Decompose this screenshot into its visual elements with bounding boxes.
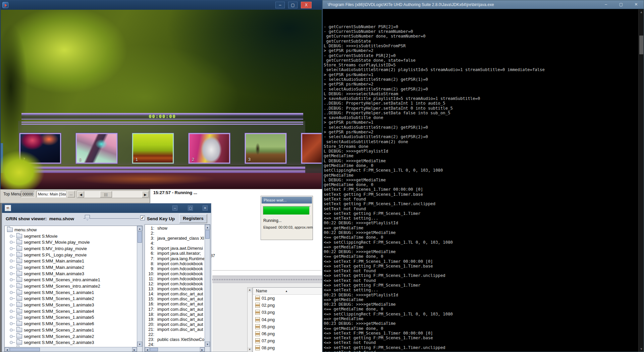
grin-maximize-button[interactable]: ▢ bbox=[188, 206, 193, 211]
grin-close-button[interactable]: ✕ bbox=[203, 206, 208, 211]
tree-horizontal-scrollbar[interactable]: ◀ ▶ bbox=[5, 347, 137, 352]
tree-item[interactable]: segment S:MM_Scenes_1.animate6 bbox=[5, 320, 137, 327]
code-line[interactable]: 10: import com.hdcookbook bbox=[146, 271, 204, 276]
tree-item[interactable]: segment S:MM_Main.animate3 bbox=[5, 271, 137, 277]
code-line[interactable]: 1: show bbox=[146, 226, 204, 231]
tree-expand-knob-icon[interactable] bbox=[10, 335, 13, 338]
tree-item[interactable]: segment S:MM_Scenes_1.animate2 bbox=[5, 296, 137, 302]
code-line[interactable]: 3: java_generated_class Xle bbox=[146, 236, 204, 241]
code-line[interactable]: 6: import java.util.Iterator; bbox=[146, 251, 204, 256]
scroll-up-icon[interactable]: ▲ bbox=[137, 226, 142, 231]
grin-minimize-button[interactable]: – bbox=[172, 206, 177, 211]
scroll-down-icon[interactable]: ▼ bbox=[205, 342, 210, 347]
tree-expand-knob-icon[interactable] bbox=[10, 278, 13, 281]
video-preview[interactable]: 00:00:00 7 8 1 2 3 bbox=[1, 10, 322, 189]
seek-right-icon[interactable]: ▶ bbox=[142, 191, 149, 197]
scroll-right-icon[interactable]: ▶ bbox=[200, 347, 205, 352]
top-menu-label[interactable]: Top Menu bbox=[3, 192, 21, 196]
registers-button[interactable]: Registers bbox=[179, 214, 207, 223]
tree-item[interactable]: segment S:PL_Logo.play_movie bbox=[5, 252, 137, 258]
code-line[interactable]: 20: import com.disc_art_aut bbox=[146, 322, 204, 327]
scroll-up-icon[interactable]: ▲ bbox=[248, 288, 252, 292]
scene-thumbnail[interactable]: 8 bbox=[76, 133, 117, 164]
file-row[interactable]: 04.png bbox=[253, 316, 322, 323]
code-line[interactable]: 15: import com.disc_art_aut bbox=[146, 296, 204, 301]
send-key-up-checkbox[interactable]: ✓ bbox=[140, 216, 145, 220]
file-row[interactable]: 08.png bbox=[253, 344, 322, 351]
code-line[interactable]: 2: bbox=[146, 231, 204, 236]
tree-root-item[interactable]: menu.show bbox=[5, 227, 137, 233]
scroll-down-icon[interactable]: ▼ bbox=[639, 346, 644, 352]
file-row[interactable]: 05.png bbox=[253, 323, 322, 330]
player-minimize-button[interactable]: – bbox=[275, 2, 285, 8]
code-line[interactable]: 21: import com.disc_art_aut bbox=[146, 327, 204, 332]
code-scroll-thumb[interactable] bbox=[205, 230, 210, 239]
tree-vertical-scrollbar[interactable]: ▲ ▼ bbox=[137, 226, 142, 352]
tree-item[interactable]: segment S:Movie bbox=[5, 233, 137, 239]
player-titlebar[interactable]: – ▢ X bbox=[0, 0, 322, 10]
tree-expand-knob-icon[interactable] bbox=[10, 341, 13, 344]
file-row[interactable]: 07.png bbox=[253, 337, 322, 344]
console-scrollbar-thumb[interactable] bbox=[639, 36, 643, 54]
more-button[interactable]: ... bbox=[67, 191, 75, 197]
sort-ascending-icon[interactable]: ▲ bbox=[285, 288, 288, 295]
tree-expand-knob-icon[interactable] bbox=[10, 291, 13, 294]
tree-item[interactable]: segment S:MM_Scenes_intro.animate1 bbox=[5, 277, 137, 283]
console-minimize-button[interactable]: – bbox=[598, 0, 613, 9]
console-titlebar[interactable]: \Program Files (x86)\DVDLogic\KITe UHD A… bbox=[323, 0, 644, 9]
file-column-name[interactable]: Name bbox=[253, 289, 267, 293]
tree-expand-knob-icon[interactable] bbox=[10, 241, 13, 244]
tree-item[interactable]: segment S:MM_Scenes_1.animate1 bbox=[5, 289, 137, 296]
tree-item[interactable]: segment S:MM_Scenes_2.animate2 bbox=[5, 333, 137, 340]
tree-item[interactable]: segment S:MM_Scenes_1.animate3 bbox=[5, 302, 137, 308]
tree-expand-knob-icon[interactable] bbox=[10, 247, 13, 250]
code-vertical-scrollbar[interactable]: ▲ ▼ bbox=[205, 225, 210, 352]
panel-splitter-band[interactable] bbox=[212, 276, 322, 283]
code-line[interactable]: 12: import com.hdcookbook bbox=[146, 281, 204, 286]
tree-expand-knob-icon[interactable] bbox=[10, 266, 13, 269]
code-line[interactable]: 13: import com.hdcookbook bbox=[146, 286, 204, 291]
seek-scrollbar[interactable]: ◀ ||| ▶ bbox=[77, 190, 149, 198]
code-line[interactable]: 11: import com.hdcookbook bbox=[146, 276, 204, 281]
tree-expand-knob-icon[interactable] bbox=[10, 235, 13, 238]
player-close-button[interactable]: X bbox=[301, 2, 312, 8]
tree-scroll-thumb[interactable] bbox=[138, 231, 142, 243]
tree-expand-knob-icon[interactable] bbox=[10, 316, 13, 319]
code-hscroll-thumb[interactable] bbox=[150, 348, 158, 351]
scroll-left-icon[interactable]: ◀ bbox=[5, 347, 9, 352]
tree-expand-knob-icon[interactable] bbox=[10, 272, 13, 275]
tree-expand-knob-icon[interactable] bbox=[10, 329, 13, 332]
menu-state-field[interactable]: Menu: Main [Start bbox=[37, 191, 66, 197]
code-line[interactable]: 24: bbox=[146, 342, 204, 347]
speed-slider-thumb[interactable] bbox=[85, 215, 90, 221]
scroll-left-icon[interactable]: ◀ bbox=[145, 347, 150, 352]
seek-thumb[interactable]: ||| bbox=[100, 191, 112, 197]
code-line[interactable]: 7: import java.lang.Runtime bbox=[146, 256, 204, 261]
console-maximize-button[interactable]: ▢ bbox=[613, 0, 629, 9]
code-line[interactable]: 19: import com.disc_art_aut bbox=[146, 317, 204, 322]
scene-thumbnail[interactable]: 1 bbox=[132, 133, 174, 164]
scroll-down-icon[interactable]: ▼ bbox=[137, 342, 142, 347]
file-row[interactable]: 01.png bbox=[253, 295, 322, 302]
grin-titlebar[interactable]: ☕ – ▢ ✕ bbox=[2, 203, 211, 213]
counter-field[interactable]: 00000 bbox=[21, 191, 35, 197]
code-line[interactable]: 8: import com.hdcookbook bbox=[146, 261, 204, 266]
code-line[interactable]: 17: import com.disc_art_aut bbox=[146, 307, 204, 312]
code-line[interactable]: 16: import com.disc_art_aut bbox=[146, 301, 204, 306]
tree-item[interactable]: segment S:MM_Scenes_1.animate4 bbox=[5, 308, 137, 314]
code-line[interactable]: 18: import com.disc_art_aut bbox=[146, 312, 204, 317]
tree-expand-knob-icon[interactable] bbox=[10, 253, 13, 256]
scene-thumbnail[interactable] bbox=[301, 133, 322, 164]
tree-item[interactable]: segment S:MM_Scenes_1.animate5 bbox=[5, 314, 137, 321]
scene-thumbnail[interactable]: 3 bbox=[245, 133, 286, 164]
tree-expand-knob-icon[interactable] bbox=[10, 322, 13, 325]
code-line[interactable]: 23: public class XletShowCo bbox=[146, 337, 204, 342]
tree-item[interactable]: segment S:MV_Movie.play_movie bbox=[5, 239, 137, 245]
tree-expand-knob-icon[interactable] bbox=[10, 285, 13, 288]
tree-expand-knob-icon[interactable] bbox=[10, 303, 13, 306]
file-row[interactable]: 06.png bbox=[253, 330, 322, 337]
files-scrollbar[interactable]: ▲ ▼ bbox=[247, 287, 252, 352]
file-row[interactable]: 02.png bbox=[253, 302, 322, 309]
console-scrollbar[interactable]: ▲ ▼ bbox=[638, 9, 644, 352]
code-line[interactable]: 4: bbox=[146, 241, 204, 246]
